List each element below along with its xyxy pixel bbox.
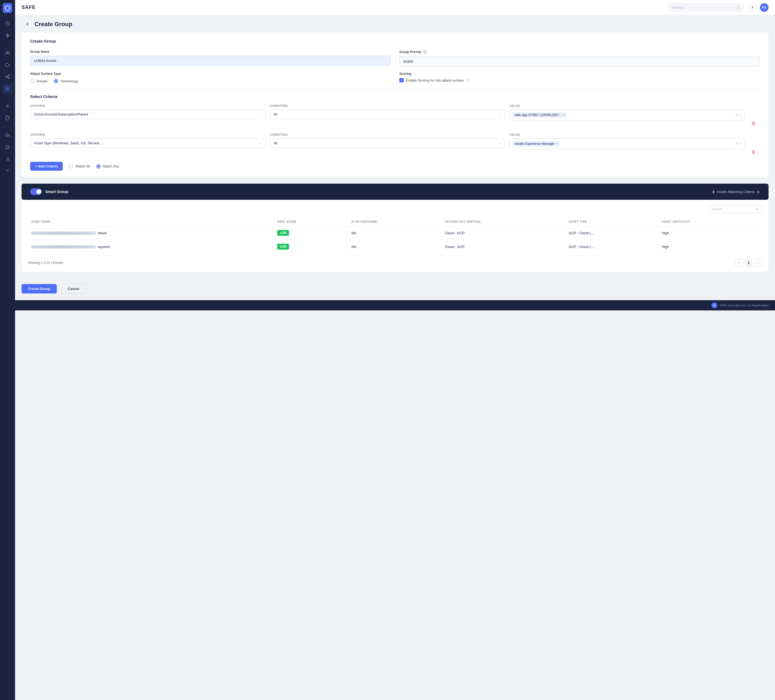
sidebar-item-topology[interactable] bbox=[2, 72, 13, 82]
next-page-button[interactable] bbox=[755, 259, 762, 267]
value-col-1-label: Value bbox=[509, 104, 745, 107]
radio-technology[interactable]: Technology bbox=[54, 79, 78, 83]
smart-group-toggle[interactable] bbox=[30, 188, 42, 195]
toggle-knob bbox=[36, 189, 41, 194]
sidebar-item-alerts[interactable] bbox=[2, 30, 13, 41]
main-content: SAFE ? KV Create Group Create Group Grou… bbox=[15, 0, 775, 700]
value-clear-btn-2[interactable]: × bbox=[735, 142, 738, 146]
criteria-col-2-label: Criteria bbox=[30, 133, 266, 136]
app-logo[interactable] bbox=[3, 3, 12, 13]
scoring-checkbox[interactable]: ✓ Enable Scoring for this attack surface… bbox=[399, 78, 760, 83]
value-col-2: Value Adobe Experience Manager × × bbox=[509, 133, 745, 149]
asset-name-suffix-2: equired bbox=[98, 245, 110, 249]
delete-spacer-1 bbox=[749, 104, 760, 112]
sidebar-item-filter[interactable] bbox=[2, 165, 13, 176]
criteria-col-2: Criteria Asset Type (Workload, SaaS, OS,… bbox=[30, 133, 266, 148]
criteria-select-1[interactable]: Cloud Account/Subscription/Parent bbox=[30, 110, 266, 119]
delete-criteria-2[interactable] bbox=[749, 148, 758, 157]
chevron-down-icon-4 bbox=[258, 142, 261, 145]
sidebar-item-bell[interactable] bbox=[2, 142, 13, 153]
assets-panel: ASSET NAME SAFE SCORE IP OR HOSTNAME TEC… bbox=[22, 200, 768, 272]
col-asset-name: ASSET NAME bbox=[28, 218, 274, 226]
assets-search-input[interactable] bbox=[712, 207, 753, 211]
svg-point-3 bbox=[8, 75, 9, 76]
condition-select-2-value: IN bbox=[274, 141, 278, 145]
sidebar-item-dashboard[interactable] bbox=[2, 18, 13, 29]
tech-vertical-2: Cloud - GCP bbox=[442, 240, 565, 253]
create-group-button[interactable]: Create Group bbox=[22, 284, 57, 293]
value-tag-2: Adobe Experience Manager × bbox=[512, 141, 560, 147]
sidebar-item-people[interactable] bbox=[2, 48, 13, 58]
condition-col-1-label: Condition bbox=[270, 104, 506, 107]
sidebar-item-layers[interactable] bbox=[2, 83, 13, 94]
scoring-label: Scoring bbox=[399, 72, 760, 76]
value-tag-2-close[interactable]: × bbox=[556, 142, 557, 145]
group-name-input[interactable] bbox=[30, 56, 391, 66]
criteria-col-1: Criteria Cloud Account/Subscription/Pare… bbox=[30, 104, 266, 119]
value-tag-1-text: safe-app-373907 (1053511807... bbox=[514, 113, 562, 117]
chevron-down-icon-3[interactable] bbox=[738, 113, 742, 117]
svg-line-23 bbox=[757, 210, 758, 210]
col-asset-type: ASSET TYPE bbox=[565, 218, 659, 226]
pagination-row: Showing 1-2 of 2 Entries 1 bbox=[28, 255, 762, 267]
svg-point-4 bbox=[6, 76, 7, 78]
condition-select-1[interactable]: IN bbox=[270, 110, 506, 119]
chevron-down-icon-6[interactable] bbox=[738, 142, 742, 145]
next-arrow-icon bbox=[757, 261, 760, 264]
criteria-col-1-label: Criteria bbox=[30, 104, 266, 107]
smart-group-left: Smart Group bbox=[30, 188, 68, 195]
sidebar-item-list[interactable] bbox=[2, 154, 13, 165]
cancel-button[interactable]: Cancel bbox=[61, 284, 86, 294]
delete-spacer-2 bbox=[749, 133, 760, 140]
radio-people[interactable]: People bbox=[30, 79, 47, 83]
assets-table: ASSET NAME SAFE SCORE IP OR HOSTNAME TEC… bbox=[28, 218, 762, 253]
table-body: efault 4.95 NA Cloud - GCP GCP - Cloud L… bbox=[28, 226, 762, 253]
delete-criteria-1[interactable] bbox=[749, 119, 758, 128]
sidebar-item-reports[interactable] bbox=[2, 113, 13, 123]
svg-line-7 bbox=[7, 76, 8, 77]
delete-col-2 bbox=[749, 133, 760, 157]
radio-technology-circle bbox=[54, 79, 58, 83]
help-button[interactable]: ? bbox=[748, 3, 757, 12]
user-avatar[interactable]: KV bbox=[760, 3, 768, 12]
value-tag-1-close[interactable]: × bbox=[563, 113, 565, 117]
topbar-search-input[interactable] bbox=[672, 5, 735, 9]
value-tag-1: safe-app-373907 (1053511807... × bbox=[512, 112, 567, 118]
table-header-row: ASSET NAME SAFE SCORE IP OR HOSTNAME TEC… bbox=[28, 218, 762, 226]
sidebar-item-upload[interactable] bbox=[2, 130, 13, 141]
value-col-2-label: Value bbox=[509, 133, 745, 136]
svg-line-6 bbox=[7, 77, 8, 78]
footer-logo: S bbox=[712, 302, 717, 308]
value-box-1[interactable]: safe-app-373907 (1053511807... × × bbox=[509, 110, 745, 120]
match-any-radio[interactable]: Match Any bbox=[96, 164, 119, 168]
select-criteria-title: Select Criteria bbox=[30, 94, 760, 99]
group-name-priority-row: Group Name Group Priority ⓘ bbox=[30, 50, 760, 67]
sidebar bbox=[0, 0, 15, 700]
group-priority-input[interactable] bbox=[399, 57, 760, 67]
sidebar-item-cloud[interactable] bbox=[2, 60, 13, 70]
asset-name-suffix-1: efault bbox=[98, 231, 106, 235]
value-box-2[interactable]: Adobe Experience Manager × × bbox=[509, 138, 745, 149]
value-box-1-actions: × bbox=[735, 113, 742, 117]
sidebar-item-settings[interactable] bbox=[2, 101, 13, 112]
back-button[interactable] bbox=[24, 20, 31, 28]
group-priority-group: Group Priority ⓘ bbox=[399, 50, 760, 67]
sidebar-divider-3 bbox=[3, 127, 12, 127]
match-all-radio[interactable]: Match All bbox=[69, 164, 90, 168]
criteria-select-2[interactable]: Asset Type (Workload, SaaS, OS, Service,… bbox=[30, 138, 266, 148]
group-name-label: Group Name bbox=[30, 50, 391, 53]
prev-page-button[interactable] bbox=[735, 259, 743, 267]
radio-people-circle bbox=[30, 79, 35, 83]
attack-surface-group: Attack Surface Type People Technology bbox=[30, 72, 391, 83]
assets-search-icon bbox=[755, 208, 758, 211]
value-clear-btn-1[interactable]: × bbox=[735, 113, 738, 117]
collapse-button[interactable]: ∧ bbox=[757, 189, 760, 194]
scoring-checkbox-label: Enable Scoring for this attack surface bbox=[406, 78, 464, 82]
condition-select-2[interactable]: IN bbox=[270, 138, 506, 148]
ip-hostname-1: NA bbox=[348, 226, 442, 240]
svg-point-22 bbox=[756, 208, 758, 210]
smart-group-right: 2 Assets Matching Criteria ∧ bbox=[713, 189, 760, 194]
col-ip-hostname: IP OR HOSTNAME bbox=[348, 218, 442, 226]
add-criteria-button[interactable]: + Add Criteria bbox=[30, 162, 63, 171]
topbar-search-container bbox=[669, 3, 744, 11]
